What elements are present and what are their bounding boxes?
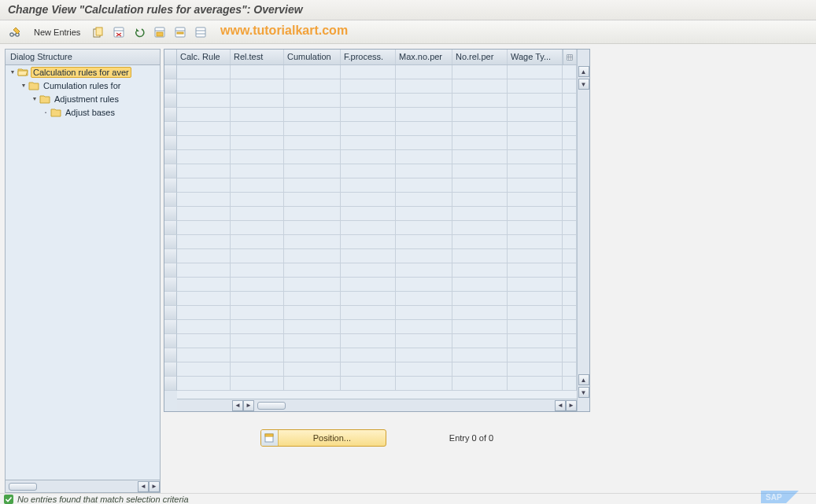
tree-hscroll-thumb[interactable] [9,483,37,491]
table-cell[interactable] [231,334,284,348]
table-cell[interactable] [508,164,563,178]
table-cell[interactable] [452,221,508,234]
table-cell[interactable] [284,249,341,263]
table-row[interactable] [177,292,577,306]
table-row[interactable] [177,377,577,391]
table-cell[interactable] [284,292,341,305]
table-row[interactable] [177,263,577,278]
table-cell[interactable] [396,221,452,234]
table-cell[interactable] [508,94,563,107]
table-cell[interactable] [396,263,452,277]
row-header[interactable] [164,221,177,235]
table-cell[interactable] [452,193,508,206]
row-header[interactable] [164,334,177,348]
row-header[interactable] [164,278,177,292]
table-cell[interactable] [231,249,284,263]
table-cell[interactable] [231,79,284,93]
grid-horizontal-scrollbar[interactable]: ◄ ► ◄ ► [177,399,577,411]
table-cell[interactable] [452,249,508,263]
table-cell[interactable] [396,65,452,79]
table-cell[interactable] [396,348,452,362]
table-cell[interactable] [452,65,508,79]
table-cell[interactable] [508,292,563,305]
table-row[interactable] [177,178,577,193]
table-row[interactable] [177,108,577,122]
table-cell[interactable] [452,362,508,376]
table-cell[interactable] [177,164,231,178]
table-cell[interactable] [452,348,508,362]
table-cell[interactable] [284,193,341,206]
table-cell[interactable] [177,79,231,93]
row-header[interactable] [164,94,177,108]
column-header-4[interactable]: Max.no.per [396,50,452,64]
row-header[interactable] [164,207,177,221]
table-cell[interactable] [341,108,396,121]
table-cell[interactable] [508,263,563,277]
table-cell[interactable] [284,207,341,220]
table-cell[interactable] [396,122,452,135]
row-header[interactable] [164,292,177,306]
grid-hscroll-left-2[interactable]: ◄ [555,400,566,411]
row-header[interactable] [164,108,177,122]
table-cell[interactable] [284,178,341,192]
row-header[interactable] [164,320,177,334]
table-cell[interactable] [508,136,563,149]
table-cell[interactable] [341,348,396,362]
table-row[interactable] [177,348,577,362]
table-cell[interactable] [284,136,341,149]
table-cell[interactable] [452,306,508,319]
row-header[interactable] [164,178,177,193]
table-row[interactable] [177,235,577,249]
table-cell[interactable] [284,79,341,93]
table-cell[interactable] [452,377,508,390]
table-row[interactable] [177,306,577,320]
table-cell[interactable] [284,320,341,333]
tree-expander[interactable]: ▼ [31,96,39,101]
table-cell[interactable] [231,94,284,107]
table-cell[interactable] [177,377,231,390]
table-cell[interactable] [396,108,452,121]
column-header-3[interactable]: F.process. [341,50,396,64]
table-cell[interactable] [341,207,396,220]
table-cell[interactable] [284,278,341,291]
table-cell[interactable] [284,164,341,178]
table-cell[interactable] [177,65,231,79]
row-header[interactable] [164,263,177,278]
tree-expander[interactable]: ▼ [9,69,17,75]
row-header[interactable] [164,150,177,164]
table-cell[interactable] [231,348,284,362]
table-cell[interactable] [452,334,508,348]
table-cell[interactable] [231,178,284,192]
table-cell[interactable] [452,178,508,192]
table-cell[interactable] [231,122,284,135]
tree-expander[interactable]: • [42,110,50,115]
table-cell[interactable] [396,150,452,164]
table-cell[interactable] [177,249,231,263]
row-header[interactable] [164,249,177,263]
row-header[interactable] [164,193,177,207]
table-cell[interactable] [341,263,396,277]
table-cell[interactable] [177,362,231,376]
table-cell[interactable] [341,249,396,263]
table-cell[interactable] [396,278,452,291]
table-cell[interactable] [508,178,563,192]
table-cell[interactable] [177,94,231,107]
table-cell[interactable] [231,292,284,305]
table-cell[interactable] [508,207,563,220]
tree-horizontal-scrollbar[interactable]: ◄ ► [6,480,160,492]
table-cell[interactable] [452,79,508,93]
table-cell[interactable] [508,221,563,234]
table-cell[interactable] [231,278,284,291]
table-cell[interactable] [231,193,284,206]
table-cell[interactable] [341,306,396,319]
delete-button[interactable] [109,24,128,41]
table-cell[interactable] [508,334,563,348]
table-row[interactable] [177,193,577,207]
table-cell[interactable] [452,207,508,220]
table-cell[interactable] [231,320,284,333]
undo-button[interactable] [130,24,149,41]
table-row[interactable] [177,65,577,79]
table-cell[interactable] [231,108,284,121]
table-cell[interactable] [231,164,284,178]
row-header[interactable] [164,362,177,377]
